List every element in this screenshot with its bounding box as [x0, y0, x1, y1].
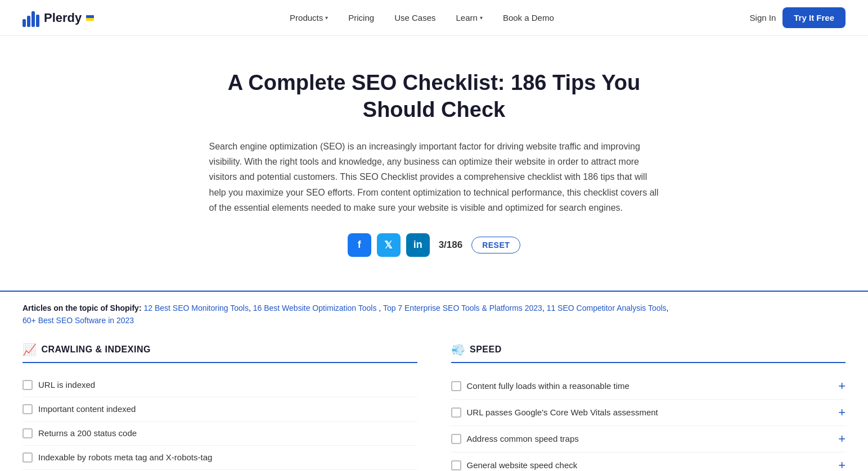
- reset-button[interactable]: RESET: [471, 237, 520, 253]
- speed-icon: 💨: [451, 343, 466, 356]
- list-item: Important content indexed: [23, 397, 417, 422]
- nav-use-cases[interactable]: Use Cases: [386, 8, 443, 27]
- list-item: Address common speed traps +: [451, 426, 846, 452]
- article-link-4[interactable]: 11 SEO Competitor Analysis Tools: [547, 304, 667, 313]
- flag-icon: [86, 15, 94, 21]
- expand-button[interactable]: +: [838, 406, 845, 419]
- checklist-content: 📈 CRAWLING & INDEXING URL is indexed Imp…: [0, 337, 868, 471]
- article-link-1[interactable]: 12 Best SEO Monitoring Tools: [143, 304, 249, 313]
- item-label: Address common speed traps: [467, 434, 833, 443]
- speed-section: 💨 SPEED Content fully loads within a rea…: [451, 343, 846, 471]
- logo-text: Plerdy: [44, 11, 82, 25]
- nav-menu: Products ▾ Pricing Use Cases Learn ▾ Boo…: [282, 8, 562, 27]
- expand-button[interactable]: +: [838, 459, 845, 471]
- checkbox-speed-check[interactable]: [451, 460, 461, 470]
- sign-in-link[interactable]: Sign In: [750, 13, 776, 22]
- checkbox-200-status[interactable]: [23, 428, 33, 438]
- item-label: Important content indexed: [38, 404, 417, 414]
- twitter-icon: 𝕏: [384, 239, 393, 251]
- checkbox-speed-traps[interactable]: [451, 434, 461, 444]
- article-link-5[interactable]: 60+ Best SEO Software in 2023: [23, 316, 134, 325]
- list-item: Returns a 200 status code: [23, 422, 417, 446]
- facebook-share-button[interactable]: f: [348, 233, 371, 257]
- crawling-icon: 📈: [23, 343, 37, 356]
- list-item: URL passes Google's Core Web Vitals asse…: [451, 400, 846, 426]
- hero-section: A Complete SEO Checklist: 186 Tips You S…: [181, 36, 687, 291]
- nav-book-demo[interactable]: Book a Demo: [495, 8, 562, 27]
- item-label: Returns a 200 status code: [38, 428, 417, 438]
- articles-bar: Articles on the topic of Shopify: 12 Bes…: [0, 292, 868, 337]
- item-label: General website speed check: [467, 460, 833, 470]
- item-label: URL is indexed: [38, 380, 417, 390]
- item-label: Content fully loads within a reasonable …: [467, 381, 833, 391]
- list-item: Indexable by robots meta tag and X-robot…: [23, 446, 417, 470]
- speed-section-title: 💨 SPEED: [451, 343, 846, 363]
- checkbox-robots-meta[interactable]: [23, 452, 33, 463]
- crawling-section: 📈 CRAWLING & INDEXING URL is indexed Imp…: [23, 343, 417, 471]
- try-free-button[interactable]: Try It Free: [782, 7, 845, 28]
- checkbox-loads-time[interactable]: [451, 381, 461, 391]
- chevron-down-icon: ▾: [480, 15, 483, 21]
- page-title: A Complete SEO Checklist: 186 Tips You S…: [204, 70, 665, 123]
- article-link-3[interactable]: Top 7 Enterprise SEO Tools & Platforms 2…: [383, 304, 542, 313]
- linkedin-icon: in: [413, 239, 422, 251]
- chevron-down-icon: ▾: [325, 15, 328, 21]
- twitter-share-button[interactable]: 𝕏: [377, 233, 401, 257]
- social-row: f 𝕏 in 3/186 RESET: [204, 233, 665, 257]
- item-label: Indexable by robots meta tag and X-robot…: [38, 452, 417, 462]
- logo-icon: [23, 9, 39, 27]
- nav-products[interactable]: Products ▾: [282, 8, 336, 27]
- crawling-section-title: 📈 CRAWLING & INDEXING: [23, 343, 417, 363]
- navbar: Plerdy Products ▾ Pricing Use Cases Lear…: [0, 0, 868, 36]
- articles-prefix: Articles on the topic of Shopify:: [23, 304, 142, 313]
- nav-auth: Sign In Try It Free: [750, 7, 845, 28]
- item-label: URL passes Google's Core Web Vitals asse…: [467, 407, 833, 417]
- checkbox-url-indexed[interactable]: [23, 380, 33, 390]
- list-item: General website speed check +: [451, 452, 846, 471]
- expand-button[interactable]: +: [838, 433, 845, 445]
- checkbox-important-content[interactable]: [23, 404, 33, 414]
- progress-counter: 3/186: [439, 239, 463, 251]
- hero-description: Search engine optimization (SEO) is an i…: [209, 139, 659, 215]
- facebook-icon: f: [358, 239, 361, 251]
- expand-button[interactable]: +: [838, 380, 845, 392]
- list-item: Content fully loads within a reasonable …: [451, 373, 846, 400]
- list-item: URL is indexed: [23, 373, 417, 397]
- nav-pricing[interactable]: Pricing: [340, 8, 382, 27]
- linkedin-share-button[interactable]: in: [406, 233, 430, 257]
- article-link-2[interactable]: 16 Best Website Optimization Tools: [253, 304, 377, 313]
- checkbox-core-web-vitals[interactable]: [451, 407, 461, 418]
- logo-link[interactable]: Plerdy: [23, 9, 94, 27]
- nav-learn[interactable]: Learn ▾: [448, 8, 491, 27]
